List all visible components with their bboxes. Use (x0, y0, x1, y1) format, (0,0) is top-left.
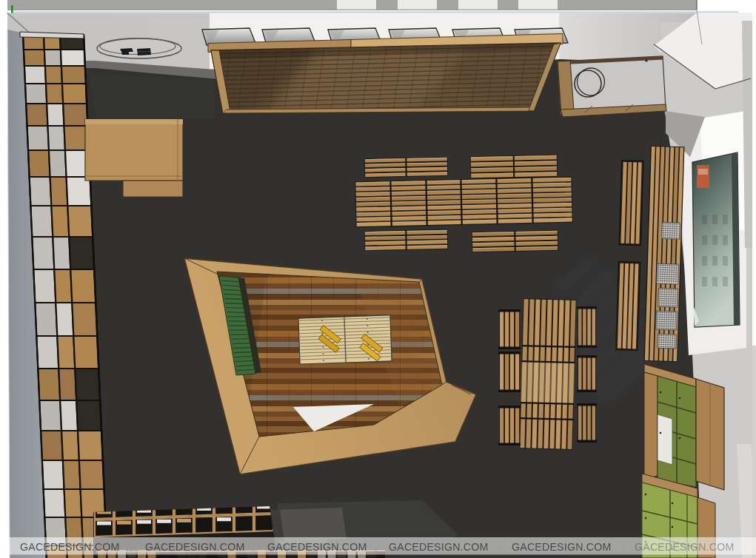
svg-text:GACEDESIGN.COM: GACEDESIGN.COM (20, 541, 119, 553)
svg-text:GACEDESIGN.COM: GACEDESIGN.COM (512, 541, 611, 553)
svg-text:GACEDESIGN.COM: GACEDESIGN.COM (267, 541, 367, 553)
svg-text:GACEDESIGN.COM: GACEDESIGN.COM (635, 541, 734, 553)
svg-text:GACEDESIGN.COM: GACEDESIGN.COM (145, 541, 244, 553)
svg-text:GACEDESIGN.COM: GACEDESIGN.COM (389, 541, 488, 553)
